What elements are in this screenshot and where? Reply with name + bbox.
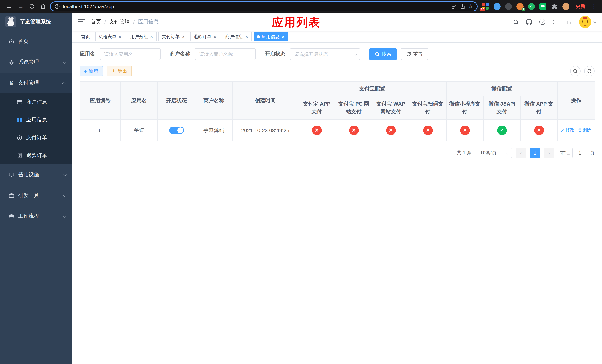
close-icon[interactable]: × [182, 34, 185, 39]
sidebar-menu: 首页 系统管理 ¥ 支付管理 [0, 31, 72, 227]
cell-created: 2021-10-23 08:49:25 [232, 119, 298, 141]
close-icon[interactable]: × [118, 34, 122, 39]
close-icon[interactable]: × [245, 34, 248, 39]
reset-button[interactable]: 重置 [401, 48, 428, 60]
col-alipay-wap: 支付宝 WAP 网站支付 [372, 96, 409, 119]
reload-icon[interactable] [29, 3, 35, 9]
extension-blue-icon[interactable] [493, 2, 501, 10]
font-size-icon[interactable]: TT [566, 19, 572, 25]
home-icon[interactable] [40, 3, 46, 10]
share-icon[interactable] [460, 3, 465, 9]
app-name-label: 应用名 [80, 51, 95, 57]
extension-dark-icon[interactable] [504, 2, 512, 10]
extension-badge: 10 [480, 8, 485, 11]
goto-prefix: 前往 [560, 150, 570, 156]
page-size-select[interactable]: 10条/页 [477, 148, 512, 158]
status-icon [497, 125, 507, 135]
sidebar-item-app-info[interactable]: 应用信息 [0, 111, 72, 129]
sidebar-item-label: 首页 [18, 38, 65, 45]
credit-card-icon [16, 99, 22, 105]
chevron-down-icon [593, 20, 597, 23]
breadcrumb-payment[interactable]: 支付管理 [109, 19, 130, 25]
tab-user-group[interactable]: 用户分组 × [127, 32, 157, 42]
extension-avatar-icon[interactable]: 1 [516, 2, 524, 10]
briefcase-icon [8, 213, 14, 219]
goto-page: 前往 页 [560, 148, 595, 158]
app-logo[interactable]: 芋道管理系统 [0, 13, 72, 31]
search-button[interactable]: 搜索 [369, 48, 397, 60]
chrome-update-button[interactable]: 更新 [573, 3, 588, 10]
table-row: 6 芋道 芋道源码 2021-10-23 08:49:25 [80, 119, 595, 141]
tab-home[interactable]: 首页 [78, 32, 93, 42]
sidebar-item-payment-orders[interactable]: 支付订单 [0, 129, 72, 147]
sidebar-item-dev-tools[interactable]: 研发工具 [0, 185, 72, 206]
sidebar-collapse-icon[interactable] [78, 19, 85, 24]
status-icon [312, 125, 322, 135]
add-button[interactable]: + 新增 [80, 66, 103, 76]
sidebar-item-system[interactable]: 系统管理 [0, 52, 72, 73]
chevron-down-icon [63, 60, 67, 64]
browser-menu-icon[interactable]: ⋮ [591, 3, 598, 10]
status-select[interactable] [290, 48, 360, 60]
toggle-search-icon[interactable] [570, 66, 580, 76]
prev-page-button[interactable]: ‹ [516, 148, 526, 158]
page-number-button[interactable]: 1 [530, 148, 540, 158]
forward-icon[interactable]: → [17, 3, 24, 10]
export-button[interactable]: 导出 [107, 66, 132, 76]
close-icon[interactable]: × [281, 34, 285, 39]
tab-label: 应用信息 [262, 33, 280, 40]
sidebar-item-home[interactable]: 首页 [0, 31, 72, 52]
breadcrumb-home[interactable]: 首页 [91, 19, 101, 25]
sidebar-item-payment[interactable]: ¥ 支付管理 [0, 73, 72, 93]
tab-process-form[interactable]: 流程表单 × [95, 32, 125, 42]
extension-face-icon[interactable] [562, 2, 570, 10]
chevron-up-icon [62, 82, 65, 85]
extension-grid-icon[interactable]: 10 [481, 2, 489, 10]
address-bar[interactable]: localhost:1024/pay/app ☆ [50, 1, 478, 11]
goto-page-input[interactable] [572, 148, 587, 158]
col-created: 创建时间 [232, 82, 298, 119]
tab-merchant-info[interactable]: 商户信息 × [222, 32, 252, 42]
status-select-input[interactable] [290, 48, 360, 60]
close-icon[interactable]: × [213, 34, 217, 39]
col-app-name: 应用名 [120, 82, 158, 119]
edit-link[interactable]: 修改 [561, 127, 574, 133]
page-header: 首页 / 支付管理 / 应用信息 ? [72, 13, 602, 31]
sidebar-item-infrastructure[interactable]: 基础设施 [0, 164, 72, 185]
tab-payment-orders[interactable]: 支付订单 × [159, 32, 188, 42]
status-toggle[interactable] [169, 127, 184, 134]
help-icon[interactable]: ? [539, 19, 546, 25]
sidebar-item-workflow[interactable]: 工作流程 [0, 206, 72, 227]
search-icon[interactable] [512, 19, 519, 25]
close-icon[interactable]: × [150, 34, 153, 39]
tab-refund-orders[interactable]: 退款订单 × [190, 32, 220, 42]
tab-label: 退款订单 [194, 33, 211, 40]
extension-badge: 1 [521, 8, 525, 11]
github-icon[interactable] [526, 19, 532, 25]
header-actions: ? TT [512, 16, 596, 28]
cell-merchant: 芋道源码 [195, 119, 232, 141]
app-title: 芋道管理系统 [20, 19, 51, 25]
extension-green-check-icon[interactable]: ✓ [527, 2, 535, 10]
filter-form: 应用名 商户名称 开启状态 搜索 重置 [80, 48, 595, 60]
app-name-input[interactable] [100, 48, 161, 60]
cell-actions: 修改 删除 [557, 119, 595, 141]
sidebar-item-refund-orders[interactable]: 退款订单 [0, 147, 72, 164]
password-key-icon[interactable] [451, 3, 457, 9]
delete-link[interactable]: 删除 [578, 127, 591, 133]
bookmark-star-icon[interactable]: ☆ [468, 3, 473, 10]
pagination-total: 共 1 条 [457, 150, 472, 156]
fullscreen-icon[interactable] [552, 19, 559, 25]
cell-wx-mini [446, 119, 483, 141]
content: 应用名 商户名称 开启状态 搜索 重置 [72, 43, 602, 364]
user-avatar-dropdown[interactable] [579, 16, 596, 28]
extensions-puzzle-icon[interactable] [550, 2, 558, 10]
sidebar-item-merchant-info[interactable]: 商户信息 [0, 93, 72, 111]
next-page-button[interactable]: › [544, 148, 554, 158]
site-info-icon[interactable] [54, 3, 60, 9]
back-icon[interactable]: ← [6, 3, 12, 10]
refresh-icon[interactable] [584, 66, 595, 76]
merchant-name-input[interactable] [195, 48, 256, 60]
extension-chat-icon[interactable] [539, 2, 547, 10]
tab-app-info[interactable]: 应用信息 × [254, 32, 288, 42]
